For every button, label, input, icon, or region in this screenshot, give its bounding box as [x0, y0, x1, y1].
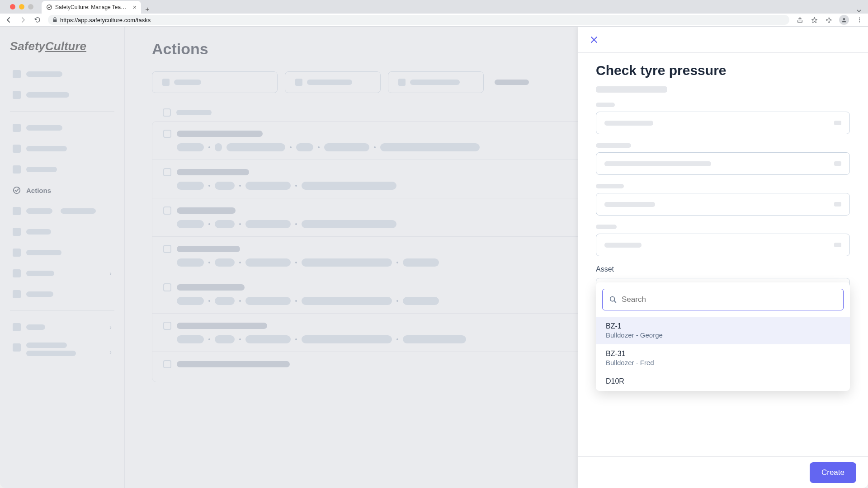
asset-option[interactable]: BZ-31 Bulldozer - Fred [596, 344, 850, 372]
browser-tab[interactable]: SafetyCulture: Manage Teams and ... × [42, 1, 141, 14]
panel-field[interactable] [596, 234, 850, 256]
asset-option-code: BZ-31 [606, 350, 840, 358]
tab-dropdown-icon[interactable] [850, 8, 868, 14]
tab-favicon-icon [46, 4, 52, 10]
nav-back-icon[interactable] [5, 16, 13, 24]
minimize-window-icon[interactable] [19, 4, 24, 9]
asset-option-list: BZ-1 Bulldozer - George BZ-31 Bulldozer … [596, 317, 850, 391]
svg-line-8 [614, 301, 616, 303]
svg-point-2 [843, 18, 845, 20]
asset-option-code: D10R [606, 377, 840, 385]
asset-option-desc: Bulldozer - George [606, 331, 840, 339]
new-tab-button[interactable]: + [141, 5, 154, 14]
svg-point-4 [859, 19, 860, 20]
tab-close-icon[interactable]: × [133, 4, 137, 11]
close-panel-button[interactable] [590, 35, 599, 44]
window-controls[interactable] [5, 0, 38, 14]
panel-field[interactable] [596, 193, 850, 216]
search-text-input[interactable] [622, 295, 837, 304]
tab-bar: SafetyCulture: Manage Teams and ... × + [0, 0, 868, 14]
browser-chrome: SafetyCulture: Manage Teams and ... × + … [0, 0, 868, 27]
lock-icon [52, 17, 57, 23]
asset-dropdown: BZ-1 Bulldozer - George BZ-31 Bulldozer … [596, 282, 850, 391]
panel-field[interactable] [596, 112, 850, 134]
create-button[interactable]: Create [810, 462, 856, 483]
asset-option[interactable]: D10R [596, 372, 850, 391]
asset-field-label: Asset [596, 265, 850, 273]
maximize-window-icon[interactable] [28, 4, 33, 9]
side-panel: Check tyre pressure Asset Add asset [578, 27, 868, 488]
asset-option-code: BZ-1 [606, 322, 840, 330]
address-bar: https://app.safetyculture.com/tasks [0, 14, 868, 27]
asset-option[interactable]: BZ-1 Bulldozer - George [596, 317, 850, 344]
svg-rect-1 [53, 19, 57, 22]
panel-field[interactable] [596, 152, 850, 175]
panel-title: Check tyre pressure [596, 63, 850, 78]
asset-search-input[interactable] [602, 289, 844, 310]
nav-reload-icon[interactable] [33, 16, 42, 24]
profile-icon[interactable] [839, 15, 849, 25]
viewport: SafetyCulture Actions [0, 27, 868, 488]
nav-forward-icon[interactable] [19, 16, 27, 24]
tab-title: SafetyCulture: Manage Teams and ... [55, 4, 130, 10]
share-icon[interactable] [796, 16, 804, 24]
url-field[interactable]: https://app.safetyculture.com/tasks [48, 15, 789, 25]
close-window-icon[interactable] [10, 4, 15, 9]
app-shell: SafetyCulture Actions [0, 27, 868, 488]
menu-icon[interactable] [855, 16, 863, 24]
svg-point-5 [859, 21, 860, 22]
url-text: https://app.safetyculture.com/tasks [60, 17, 151, 23]
svg-point-3 [859, 17, 860, 18]
asset-option-desc: Bulldozer - Fred [606, 359, 840, 366]
extensions-icon[interactable] [825, 16, 833, 24]
bookmark-icon[interactable] [810, 16, 818, 24]
search-icon [609, 296, 617, 304]
